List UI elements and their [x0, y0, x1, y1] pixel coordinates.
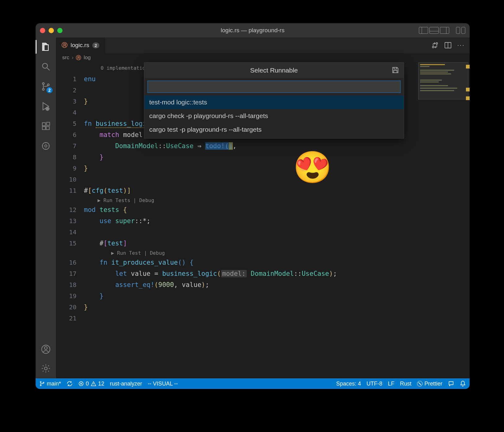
- quickpick-title-bar: Select Runnable: [144, 63, 404, 78]
- indentation-status[interactable]: Spaces: 4: [336, 381, 361, 387]
- svg-point-10: [45, 145, 47, 147]
- vscode-window: logic.rs — playground-rs 2: [36, 23, 470, 389]
- settings-gear-icon[interactable]: [40, 363, 51, 374]
- toggle-panel-icon[interactable]: [429, 27, 439, 34]
- svg-point-17: [40, 381, 41, 382]
- eol-status[interactable]: LF: [388, 381, 394, 387]
- more-actions-icon[interactable]: ···: [457, 41, 465, 49]
- svg-point-18: [40, 385, 41, 386]
- editor-actions: ···: [426, 37, 470, 53]
- breadcrumb-folder: src: [62, 55, 69, 61]
- fullscreen-window-button[interactable]: [57, 28, 63, 33]
- accounts-icon[interactable]: [40, 344, 51, 355]
- remote-explorer-icon[interactable]: [40, 140, 51, 152]
- explorer-icon[interactable]: [40, 41, 51, 52]
- svg-point-1: [42, 83, 44, 85]
- run-test-codelens[interactable]: ▶ Run Test | Debug: [83, 249, 417, 257]
- tabs-bar: Ⓡ logic.rs 2 ···: [56, 37, 470, 53]
- editor-group: Ⓡ logic.rs 2 ··· src › Ⓡ: [56, 37, 470, 378]
- close-window-button[interactable]: [40, 28, 45, 33]
- activity-bar: 2: [36, 37, 56, 378]
- rust-file-icon: Ⓡ: [62, 41, 67, 49]
- svg-point-0: [42, 63, 47, 68]
- quickpick-select-runnable: Select Runnable test-mod logic::tests ca…: [144, 62, 404, 139]
- feedback-icon[interactable]: [448, 381, 454, 387]
- svg-point-12: [44, 346, 47, 349]
- search-icon[interactable]: [40, 61, 51, 72]
- svg-point-19: [43, 382, 44, 383]
- svg-rect-6: [42, 126, 46, 130]
- quickpick-item[interactable]: cargo test -p playground-rs --all-target…: [144, 123, 404, 136]
- vim-mode-status: -- VISUAL --: [148, 381, 178, 387]
- encoding-status[interactable]: UTF-8: [367, 381, 382, 387]
- prettier-disabled-icon: [417, 381, 423, 386]
- quickpick-item[interactable]: cargo check -p playground-rs --all-targe…: [144, 109, 404, 123]
- svg-point-13: [44, 367, 47, 370]
- problems-status[interactable]: 0 12: [78, 381, 104, 387]
- sync-status[interactable]: [67, 381, 73, 387]
- tab-modified-badge: 2: [92, 42, 99, 48]
- extensions-icon[interactable]: [40, 121, 51, 132]
- run-debug-icon[interactable]: [40, 101, 51, 112]
- git-branch-status[interactable]: main*: [39, 381, 61, 387]
- scm-badge: 2: [46, 87, 53, 93]
- toggle-secondary-sidebar-icon[interactable]: [440, 27, 449, 34]
- save-runnable-icon[interactable]: [391, 66, 399, 74]
- quickpick-item[interactable]: test-mod logic::tests: [144, 95, 404, 109]
- tab-logic-rs[interactable]: Ⓡ logic.rs 2: [56, 37, 105, 53]
- compare-changes-icon[interactable]: [431, 42, 439, 49]
- minimap[interactable]: [417, 62, 470, 378]
- svg-rect-5: [42, 123, 46, 126]
- source-control-icon[interactable]: 2: [40, 81, 51, 92]
- customize-layout-icon[interactable]: [456, 27, 465, 34]
- svg-rect-8: [47, 122, 50, 126]
- svg-point-15: [436, 43, 437, 44]
- svg-point-3: [47, 84, 49, 86]
- breadcrumbs[interactable]: src › Ⓡ log: [56, 53, 470, 62]
- prettier-status[interactable]: Prettier: [417, 381, 442, 387]
- split-editor-icon[interactable]: [444, 42, 452, 49]
- run-tests-codelens[interactable]: ▶ Run Tests | Debug: [83, 196, 417, 204]
- quickpick-title: Select Runnable: [250, 67, 298, 74]
- toggle-primary-sidebar-icon[interactable]: [419, 27, 428, 34]
- status-bar: main* 0 12 rust-analyzer -- VISUAL -- Sp…: [36, 378, 470, 389]
- gutter: 1 2 3 4 5 6 7 8 9 10 11 12 13 14 15: [56, 62, 83, 378]
- rust-file-icon: Ⓡ: [76, 54, 81, 61]
- svg-point-2: [42, 88, 44, 90]
- rust-analyzer-status[interactable]: rust-analyzer: [110, 381, 142, 387]
- svg-point-14: [432, 46, 434, 48]
- titlebar: logic.rs — playground-rs: [36, 23, 470, 37]
- window-title: logic.rs — playground-rs: [36, 27, 470, 34]
- breadcrumb-file: log: [84, 55, 91, 61]
- chevron-right-icon: ›: [72, 55, 74, 61]
- traffic-lights: [40, 28, 63, 33]
- title-layout-controls: [419, 27, 465, 34]
- quickpick-input[interactable]: [147, 81, 401, 93]
- tab-filename: logic.rs: [71, 42, 89, 49]
- svg-point-9: [42, 143, 50, 150]
- notifications-bell-icon[interactable]: [460, 381, 466, 387]
- svg-rect-7: [46, 126, 49, 130]
- minimize-window-button[interactable]: [49, 28, 54, 33]
- language-mode-status[interactable]: Rust: [400, 381, 411, 387]
